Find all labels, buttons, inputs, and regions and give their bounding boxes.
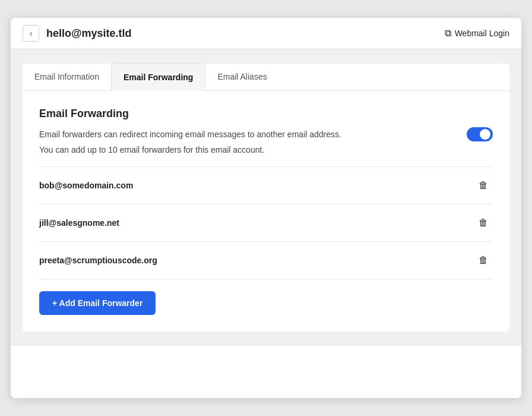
titlebar-left: ‹ hello@mysite.tld: [23, 25, 132, 42]
tab-bar: Email Information Email Forwarding Email…: [23, 64, 509, 91]
forwarding-toggle[interactable]: [467, 127, 493, 141]
add-email-forwarder-button[interactable]: + Add Email Forwarder: [39, 291, 156, 315]
trash-icon: 🗑: [479, 218, 488, 228]
card-body: Email Forwarding Email forwarders can re…: [23, 91, 509, 332]
forwarder-item: bob@somedomain.com 🗑: [39, 167, 493, 204]
account-title: hello@mysite.tld: [46, 27, 132, 40]
forwarder-email: bob@somedomain.com: [39, 181, 133, 190]
description-line2: You can add up to 10 email forwarders fo…: [39, 145, 493, 155]
description-row: Email forwarders can redirect incoming e…: [39, 127, 493, 141]
forwarder-email: preeta@scrumptiouscode.org: [39, 256, 157, 265]
main-window: ‹ hello@mysite.tld ⧉ Webmail Login Email…: [11, 18, 521, 398]
external-link-icon: ⧉: [445, 28, 451, 39]
add-forwarder-label: + Add Email Forwarder: [52, 298, 142, 308]
webmail-login-label: Webmail Login: [455, 29, 509, 38]
description-line1: Email forwarders can redirect incoming e…: [39, 130, 341, 139]
main-card: Email Information Email Forwarding Email…: [23, 64, 509, 332]
delete-forwarder-button[interactable]: 🗑: [474, 178, 493, 193]
webmail-login-link[interactable]: ⧉ Webmail Login: [445, 28, 509, 39]
forwarder-item: preeta@scrumptiouscode.org 🗑: [39, 242, 493, 279]
titlebar: ‹ hello@mysite.tld ⧉ Webmail Login: [11, 18, 521, 49]
toggle-slider: [467, 127, 493, 141]
content-area: Email Information Email Forwarding Email…: [11, 49, 521, 346]
trash-icon: 🗑: [479, 180, 488, 190]
back-button[interactable]: ‹: [23, 25, 39, 42]
back-icon: ‹: [30, 29, 33, 38]
delete-forwarder-button[interactable]: 🗑: [474, 253, 493, 268]
trash-icon: 🗑: [479, 255, 488, 265]
delete-forwarder-button[interactable]: 🗑: [474, 215, 493, 231]
forwarder-email: jill@salesgnome.net: [39, 218, 119, 228]
forwarder-list: bob@somedomain.com 🗑 jill@salesgnome.net…: [39, 166, 493, 279]
section-title: Email Forwarding: [39, 108, 493, 120]
tab-email-forwarding[interactable]: Email Forwarding: [111, 64, 205, 91]
tab-email-information[interactable]: Email Information: [23, 64, 111, 91]
forwarder-item: jill@salesgnome.net 🗑: [39, 204, 493, 242]
tab-email-aliases[interactable]: Email Aliases: [205, 64, 278, 91]
